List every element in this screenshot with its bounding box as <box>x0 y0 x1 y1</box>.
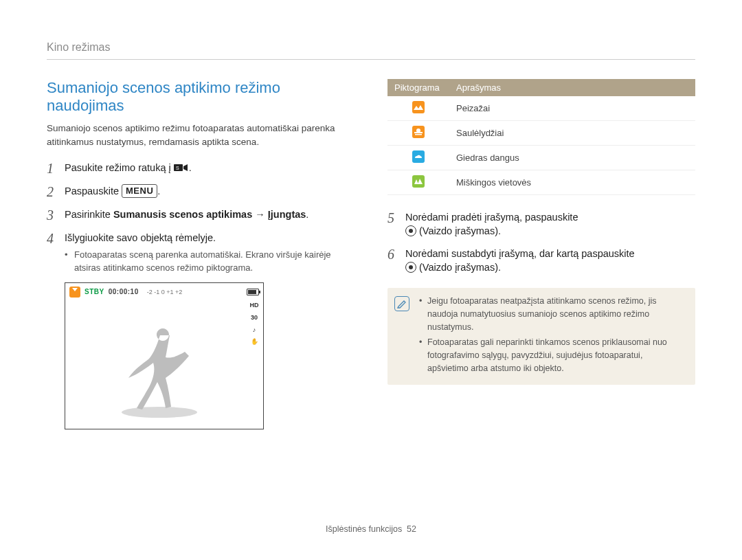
table-cell-desc: Peizažai <box>449 96 695 121</box>
page-section-header: Kino režimas <box>47 41 695 60</box>
scene-detected-icon <box>69 287 80 298</box>
intro-text: Sumaniojo scenos aptikimo režimu fotoapa… <box>47 122 355 148</box>
table-cell-icon <box>387 170 449 195</box>
step-bold: Sumanusis scenos aptikimas <box>113 209 252 220</box>
svg-text:S: S <box>176 166 179 170</box>
fps-icon: 30 <box>249 315 260 322</box>
step-body: Išlygiuokite savo objektą rėmelyje. Foto… <box>65 231 355 274</box>
note-item: Fotoaparatas gali neparinkti tinkamos sc… <box>419 336 686 374</box>
record-button-icon <box>405 262 416 273</box>
step-body: Pasirinkite Sumanusis scenos aptikimas →… <box>65 208 308 221</box>
sunset-icon <box>412 126 425 138</box>
step-text: Norėdami pradėti įrašymą, paspauskite <box>405 212 578 223</box>
forest-icon <box>412 175 425 188</box>
icon-table: Piktograma Aprašymas PeizažaiSaulėlydžia… <box>387 79 695 195</box>
table-row: Miškingos vietovės <box>387 170 695 195</box>
step-number: 6 <box>387 247 405 262</box>
section-title: Sumaniojo scenos aptikimo režimo naudoji… <box>47 79 355 115</box>
step-text: Išlygiuokite savo objektą rėmelyje. <box>65 232 216 243</box>
table-row: Saulėlydžiai <box>387 121 695 146</box>
table-row: Peizažai <box>387 96 695 121</box>
svg-point-2 <box>122 407 197 418</box>
steps-list-right: 5 Norėdami pradėti įrašymą, paspauskite … <box>387 210 695 274</box>
timecode: 00:00:10 <box>109 288 139 295</box>
svg-rect-4 <box>415 134 422 135</box>
ev-scale: -2 -1 0 +1 +2 <box>147 289 183 295</box>
step-number: 5 <box>387 210 405 225</box>
note-icon <box>394 296 409 311</box>
record-button-icon <box>405 225 416 236</box>
svg-point-5 <box>416 128 420 133</box>
step-text: . <box>306 209 308 220</box>
step-bold: Įjungtas <box>268 209 306 220</box>
camera-lcd-preview: STBY 00:00:10 -2 -1 0 +1 +2 HD 30 ♪ ✋ <box>65 282 264 429</box>
table-cell-icon <box>387 121 449 146</box>
battery-icon <box>247 289 259 295</box>
landscape-icon <box>412 101 425 113</box>
movie-mode-icon: S <box>174 163 189 172</box>
left-column: Sumaniojo scenos aptikimo režimo naudoji… <box>47 79 355 429</box>
table-cell-desc: Saulėlydžiai <box>449 121 695 146</box>
dancer-silhouette <box>108 316 211 419</box>
step-text: (Vaizdo įrašymas). <box>416 262 501 273</box>
hd-icon: HD <box>249 302 260 309</box>
step-text: Paspauskite <box>65 186 122 197</box>
step-body: Paspauskite MENU. <box>65 184 160 198</box>
step-number: 4 <box>47 231 65 246</box>
table-head-icon: Piktograma <box>387 79 449 96</box>
step-text: Norėdami sustabdyti įrašymą, dar kartą p… <box>405 248 635 259</box>
step-body: Norėdami sustabdyti įrašymą, dar kartą p… <box>405 247 635 275</box>
table-cell-desc: Miškingos vietovės <box>449 170 695 195</box>
steps-list-left: 1 Pasukite režimo ratuką į S . 2 Paspaus… <box>47 161 355 274</box>
note-item: Jeigu fotoaparatas neatpažįsta atitinkam… <box>419 295 686 333</box>
step-body: Pasukite režimo ratuką į S . <box>65 161 192 175</box>
step-text: (Vaizdo įrašymas). <box>416 225 501 236</box>
step-text: . <box>189 162 192 173</box>
note-box: Jeigu fotoaparatas neatpažįsta atitinkam… <box>387 288 695 385</box>
step-subtext: Fotoaparatas sceną parenka automatiškai.… <box>65 249 355 273</box>
step-number: 1 <box>47 161 65 176</box>
right-column: Piktograma Aprašymas PeizažaiSaulėlydžia… <box>387 79 695 429</box>
sky-icon <box>412 150 425 163</box>
step-number: 3 <box>47 208 65 223</box>
step-text: . <box>157 186 160 197</box>
step-text: Pasirinkite <box>65 209 113 220</box>
table-cell-desc: Giedras dangus <box>449 146 695 170</box>
footer-label: Išplėstinės funkcijos <box>326 524 402 534</box>
footer-page: 52 <box>407 524 416 534</box>
page-footer: Išplėstinės funkcijos 52 <box>0 524 742 534</box>
table-head-desc: Aprašymas <box>449 79 695 96</box>
menu-button-icon: MENU <box>122 184 157 198</box>
step-text: Pasukite režimo ratuką į <box>65 162 174 173</box>
step-number: 2 <box>47 184 65 199</box>
step-body: Norėdami pradėti įrašymą, paspauskite (V… <box>405 210 578 238</box>
audio-icon: ♪ <box>249 327 260 334</box>
table-row: Giedras dangus <box>387 146 695 170</box>
step-text: → <box>252 209 268 220</box>
stby-label: STBY <box>85 288 104 295</box>
stabilizer-icon: ✋ <box>249 339 260 346</box>
table-cell-icon <box>387 146 449 170</box>
table-cell-icon <box>387 96 449 121</box>
